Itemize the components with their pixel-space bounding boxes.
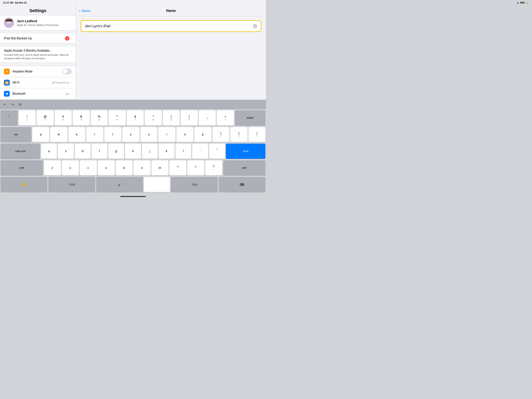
bottom-bar [0, 193, 266, 200]
main-content: ‹ About Name Jerri Lynn's iPad ✕ [76, 0, 266, 100]
clear-button[interactable]: ✕ [253, 24, 257, 28]
status-time: 11:17 AM [3, 1, 13, 4]
num-sym-left-key[interactable]: .?123 [48, 177, 95, 192]
key-amp-7[interactable]: &7 [127, 110, 144, 125]
key-t[interactable]: t [104, 127, 121, 142]
dictation-key[interactable]: 🎤 [96, 177, 143, 192]
status-bar-left: 11:17 AM Sat Dec 12 [3, 1, 27, 4]
shift-left-key[interactable]: shift [0, 160, 43, 175]
key-row-3: caps lock a s d f g h j k l :; "' done [0, 144, 266, 159]
airplane-toggle[interactable] [62, 69, 72, 74]
keyboard-area: ↩ ↪ ⊞ ~` !1 @2 #3 $4 %5 ^6 &7 *8 (9 )0 _… [0, 100, 266, 200]
key-j[interactable]: j [142, 144, 158, 159]
key-d[interactable]: d [75, 144, 90, 159]
key-dollar-4[interactable]: $4 [73, 110, 90, 125]
name-input-field[interactable]: Jerri Lynn's iPad [85, 24, 253, 28]
key-exclaim-1[interactable]: !1 [19, 110, 36, 125]
avatar [4, 18, 14, 28]
key-h[interactable]: h [125, 144, 141, 159]
key-dquote-squote[interactable]: "' [209, 144, 225, 159]
key-row-5: 😊 .?123 🎤 .?123 ⌨ [0, 177, 266, 192]
key-pipe-backslash[interactable]: |\ [248, 127, 266, 142]
copy-button[interactable]: ⊞ [18, 102, 23, 107]
key-m[interactable]: m [152, 160, 168, 175]
key-percent-5[interactable]: %5 [91, 110, 108, 125]
key-rparen-0[interactable]: )0 [181, 110, 198, 125]
key-w[interactable]: w [50, 127, 67, 142]
settings-group: ✈ Airplane Mode 📶 Wi-Fi ATT54rHY7U › ✱ [0, 66, 76, 99]
key-y[interactable]: y [122, 127, 139, 142]
key-rbrace-rbracket[interactable]: }] [230, 127, 247, 142]
key-plus-equals[interactable]: += [217, 110, 234, 125]
key-r[interactable]: r [86, 127, 103, 142]
key-o[interactable]: o [177, 127, 194, 142]
key-row-1: ~` !1 @2 #3 $4 %5 ^6 &7 *8 (9 )0 _- += d… [0, 110, 266, 125]
tab-key[interactable]: tab [0, 127, 31, 142]
key-e[interactable]: e [68, 127, 85, 142]
shift-right-key[interactable]: shift [223, 160, 266, 175]
arcade-title: Apple Arcade 3 Months Available... [4, 49, 52, 52]
name-input-wrapper[interactable]: Jerri Lynn's iPad ✕ [81, 20, 261, 32]
key-lparen-9[interactable]: (9 [163, 110, 180, 125]
key-row-2: tab q w e r t y u i o p {[ }] |\ [0, 127, 266, 142]
undo-button[interactable]: ↩ [2, 102, 8, 107]
back-chevron-icon: ‹ [79, 9, 80, 13]
sidebar-profile[interactable]: Jerri Ledford Apple ID, iCloud, Media & … [0, 15, 76, 30]
key-k[interactable]: k [159, 144, 174, 159]
settings-row-wifi[interactable]: 📶 Wi-Fi ATT54rHY7U › [0, 77, 76, 88]
key-gt-period[interactable]: >. [187, 160, 204, 175]
caps-lock-key[interactable]: caps lock [0, 144, 40, 159]
wifi-icon-bg: 📶 [4, 80, 10, 85]
key-s[interactable]: s [58, 144, 74, 159]
delete-key[interactable]: delete [235, 110, 266, 125]
backup-text: iPad Not Backed Up [4, 37, 32, 40]
settings-row-bluetooth[interactable]: ✱ Bluetooth On › [0, 88, 76, 99]
toggle-knob [63, 69, 67, 74]
arcade-row[interactable]: Apple Arcade 3 Months Available... › Inc… [0, 46, 76, 63]
name-input-area: Jerri Lynn's iPad ✕ [76, 16, 266, 36]
key-star-8[interactable]: *8 [145, 110, 162, 125]
key-lt-comma[interactable]: <, [169, 160, 186, 175]
key-v[interactable]: v [98, 160, 115, 175]
backup-row[interactable]: iPad Not Backed Up 1 › [0, 33, 76, 44]
key-z[interactable]: z [44, 160, 61, 175]
key-f[interactable]: f [92, 144, 107, 159]
settings-row-airplane[interactable]: ✈ Airplane Mode [0, 66, 76, 77]
keyboard-toolbar: ↩ ↪ ⊞ [0, 100, 266, 109]
num-sym-right-key[interactable]: .?123 [171, 177, 217, 192]
key-caret-6[interactable]: ^6 [109, 110, 126, 125]
key-g[interactable]: g [108, 144, 124, 159]
sidebar-title: Settings [0, 6, 76, 15]
space-key[interactable] [144, 177, 170, 192]
key-colon-semicolon[interactable]: :; [192, 144, 208, 159]
key-at-2[interactable]: @2 [37, 110, 54, 125]
back-button[interactable]: ‹ About [79, 9, 90, 13]
avatar-image [4, 18, 14, 28]
key-lbrace-lbracket[interactable]: {[ [212, 127, 230, 142]
keyboard-dismiss-key[interactable]: ⌨ [219, 177, 266, 192]
key-p[interactable]: p [194, 127, 211, 142]
home-indicator [120, 196, 146, 197]
key-underscore-dash[interactable]: _- [199, 110, 216, 125]
key-n[interactable]: n [133, 160, 151, 175]
key-x[interactable]: x [62, 160, 79, 175]
key-i[interactable]: i [158, 127, 176, 142]
key-b[interactable]: b [116, 160, 133, 175]
redo-button[interactable]: ↪ [10, 102, 15, 107]
key-l[interactable]: l [176, 144, 191, 159]
arcade-top: Apple Arcade 3 Months Available... › [0, 46, 76, 53]
key-q[interactable]: q [32, 127, 50, 142]
key-tilde-backtick[interactable]: ~` [0, 110, 18, 125]
key-question-slash[interactable]: ?/ [205, 160, 222, 175]
bluetooth-icon-bg: ✱ [4, 91, 10, 97]
key-a[interactable]: a [41, 144, 57, 159]
airplane-label: Airplane Mode [13, 70, 62, 73]
key-hash-3[interactable]: #3 [55, 110, 72, 125]
key-row-4: shift z x c v b n m <, >. ?/ shift [0, 160, 266, 175]
emoji-key[interactable]: 😊 [0, 177, 47, 192]
done-key[interactable]: done [226, 144, 266, 159]
key-c[interactable]: c [80, 160, 97, 175]
nav-bar: ‹ About Name [76, 6, 266, 16]
key-u[interactable]: u [140, 127, 158, 142]
bluetooth-chevron: › [71, 92, 72, 96]
